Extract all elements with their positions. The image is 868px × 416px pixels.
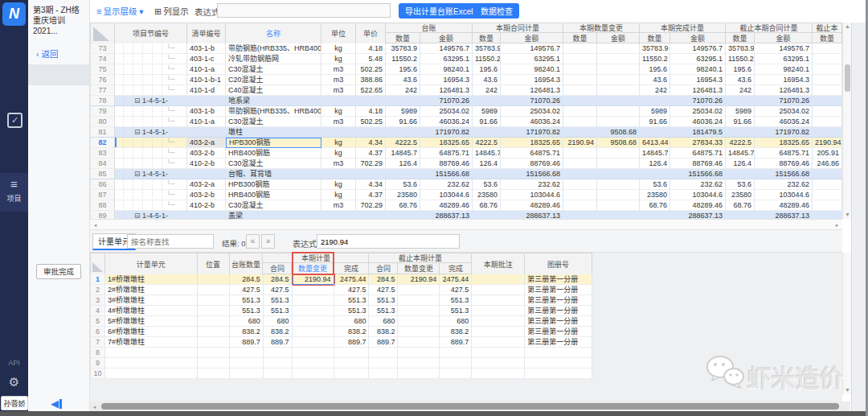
col-qty-change[interactable]: 数量变更 bbox=[292, 263, 334, 274]
row-number[interactable]: 8 bbox=[91, 348, 105, 358]
vertical-scrollbar[interactable]: ▲ ▼ bbox=[842, 23, 851, 219]
price-cell[interactable]: 502.25 bbox=[356, 64, 386, 75]
position-cell[interactable] bbox=[198, 369, 230, 379]
row-number[interactable]: 87 bbox=[91, 190, 115, 200]
name-cell[interactable]: C40混凝土 bbox=[226, 85, 321, 96]
price-cell[interactable]: 522.65 bbox=[356, 85, 386, 96]
cum-change-cell[interactable] bbox=[398, 337, 440, 348]
name-cell[interactable]: HRB400钢筋 bbox=[226, 148, 321, 159]
position-cell[interactable] bbox=[198, 306, 230, 316]
cur-done-amt-cell[interactable]: 48289.46 bbox=[670, 200, 726, 211]
cum-contract-qty-cell[interactable] bbox=[726, 96, 755, 106]
sidebar-menu-item[interactable] bbox=[28, 127, 89, 148]
cur-done-amt-cell[interactable]: 63295.1 bbox=[670, 54, 726, 64]
cur-contract-qty-cell[interactable]: 91.66 bbox=[473, 117, 501, 127]
cur-done-qty-cell[interactable]: 126.4 bbox=[640, 159, 670, 169]
cur-done-amt-cell[interactable]: 151566.68 bbox=[670, 169, 726, 179]
cur-done-amt-cell[interactable]: 25034.02 bbox=[670, 106, 726, 117]
cur-contract-cell[interactable] bbox=[264, 348, 293, 358]
cur-contract-cell[interactable]: 284.5 bbox=[264, 274, 293, 285]
unit-row[interactable]: 7 7#桥墩墩柱 889.7 889.7 889.7 889.7 889.7 第… bbox=[91, 337, 592, 348]
row-number[interactable]: 83 bbox=[91, 148, 115, 159]
cum-contract-qty-cell[interactable]: 43.6 bbox=[726, 75, 755, 85]
ledger-row[interactable]: 84 ⊟ 410-2-b C30混凝土 m3 702.29 126.4 8876… bbox=[91, 159, 842, 169]
data-check-button[interactable]: 数据检查 bbox=[474, 3, 519, 19]
list-code-cell[interactable]: 410-1-b-1 bbox=[187, 75, 226, 85]
cur-contract-cell[interactable] bbox=[264, 369, 293, 379]
note-cell[interactable] bbox=[472, 285, 525, 295]
unit-row[interactable]: 2 2#桥墩墩柱 427.5 427.5 427.5 427.5 427.5 第… bbox=[91, 285, 592, 295]
ledger-row[interactable]: 88 ⊟ 410-2-b C30混凝土 m3 702.29 68.76 4828… bbox=[91, 200, 842, 211]
cur-done-qty-cell[interactable]: 53.6 bbox=[640, 179, 670, 190]
list-code-cell[interactable]: 403-2-b bbox=[187, 190, 226, 200]
row-number[interactable]: 74 bbox=[91, 54, 115, 64]
cum-cut-qty-cell[interactable] bbox=[813, 75, 842, 85]
ledger-amt-cell[interactable]: 288637.13 bbox=[420, 211, 473, 219]
ledger-qty-cell[interactable]: 11550.2 bbox=[386, 54, 420, 64]
cum-change-cell[interactable] bbox=[398, 285, 440, 295]
cum-cut-qty-cell[interactable] bbox=[813, 96, 842, 106]
note-cell[interactable] bbox=[472, 295, 525, 306]
note-cell[interactable] bbox=[472, 358, 525, 369]
tree-cell[interactable]: ⊟ bbox=[115, 179, 187, 190]
cur-change-amt-cell[interactable] bbox=[597, 148, 640, 159]
cum-change-cell[interactable] bbox=[398, 295, 440, 306]
col-amt[interactable]: 金额 bbox=[501, 33, 563, 43]
cur-change-qty-cell[interactable] bbox=[563, 211, 597, 219]
price-cell[interactable]: 5.48 bbox=[356, 54, 386, 64]
cum-cut-qty-cell[interactable] bbox=[813, 54, 842, 64]
ledger-qty-cell[interactable]: 126.4 bbox=[386, 159, 420, 169]
cur-contract-cell[interactable]: 838.2 bbox=[264, 327, 293, 337]
position-cell[interactable] bbox=[198, 316, 230, 327]
tree-cell[interactable]: ⊟1-4-5-1- bbox=[115, 127, 187, 138]
ledger-qty-cell[interactable] bbox=[386, 96, 420, 106]
scrollbar-thumb[interactable] bbox=[845, 64, 850, 92]
tree-cell[interactable]: ⊟ bbox=[115, 148, 187, 159]
cum-contract-amt-cell[interactable]: 63295.1 bbox=[755, 54, 813, 64]
cur-change-amt-cell[interactable] bbox=[597, 179, 640, 190]
position-cell[interactable] bbox=[198, 285, 230, 295]
cur-change-qty-cell[interactable]: 2190.94 bbox=[563, 138, 597, 148]
position-cell[interactable] bbox=[198, 337, 230, 348]
ledger-qty-cell[interactable]: 23580 bbox=[386, 190, 420, 200]
cur-change-amt-cell[interactable] bbox=[597, 200, 640, 211]
cur-done-amt-cell[interactable]: 103044.6 bbox=[670, 190, 726, 200]
cur-contract-qty-cell[interactable] bbox=[473, 127, 501, 138]
row-number[interactable]: 6 bbox=[91, 327, 105, 337]
tree-cell[interactable]: ⊟ bbox=[115, 75, 187, 85]
name-cell[interactable]: 带肋钢筋(HRB335、HRB400) bbox=[226, 106, 321, 117]
price-cell[interactable] bbox=[356, 211, 386, 219]
ledger-qty-cell[interactable] bbox=[230, 358, 264, 369]
cum-cut-qty-cell[interactable]: 246.86 bbox=[813, 159, 842, 169]
cur-contract-amt-cell[interactable]: 16954.3 bbox=[501, 75, 563, 85]
display-level-button[interactable]: ≡显示层级 ▾ bbox=[96, 5, 144, 17]
cum-change-cell[interactable] bbox=[398, 358, 440, 369]
api-label[interactable]: API bbox=[0, 359, 28, 367]
name-cell[interactable]: C30混凝土 bbox=[226, 200, 321, 211]
cur-done-qty-cell[interactable]: 195.6 bbox=[640, 64, 670, 75]
note-cell[interactable] bbox=[472, 306, 525, 316]
cur-done-qty-cell[interactable]: 68.76 bbox=[640, 200, 670, 211]
cur-contract-amt-cell[interactable]: 48289.46 bbox=[501, 200, 563, 211]
cum-contract-qty-cell[interactable]: 195.6 bbox=[726, 64, 755, 75]
cur-done-amt-cell[interactable]: 88769.46 bbox=[670, 159, 726, 169]
cur-change-qty-cell[interactable] bbox=[563, 200, 597, 211]
cur-contract-qty-cell[interactable]: 4222.5 bbox=[473, 138, 501, 148]
cum-contract-amt-cell[interactable]: 232.62 bbox=[755, 179, 813, 190]
cur-contract-qty-cell[interactable]: 68.76 bbox=[473, 200, 501, 211]
cur-contract-amt-cell[interactable]: 171970.82 bbox=[501, 127, 563, 138]
ledger-amt-cell[interactable]: 18325.65 bbox=[420, 138, 473, 148]
cur-change-qty-cell[interactable] bbox=[563, 75, 597, 85]
unit-row[interactable]: 9 bbox=[91, 358, 592, 369]
cur-change-amt-cell[interactable] bbox=[597, 96, 640, 106]
ledger-amt-cell[interactable]: 232.62 bbox=[420, 179, 473, 190]
cur-contract-qty-cell[interactable]: 242 bbox=[473, 85, 501, 96]
cur-change-qty-cell[interactable] bbox=[563, 117, 597, 127]
unit-name-cell[interactable]: 2#桥墩墩柱 bbox=[105, 285, 198, 295]
unit-name-cell[interactable]: 4#桥墩墩柱 bbox=[105, 306, 198, 316]
cum-contract-cell[interactable]: 284.5 bbox=[369, 274, 398, 285]
cur-change-cell[interactable]: 2190.94 bbox=[293, 274, 334, 285]
ledger-amt-cell[interactable]: 63295.1 bbox=[420, 54, 473, 64]
tree-cell[interactable]: ⊟1-4-5-1- bbox=[115, 211, 187, 219]
tree-cell[interactable]: ⊟ bbox=[115, 200, 187, 211]
